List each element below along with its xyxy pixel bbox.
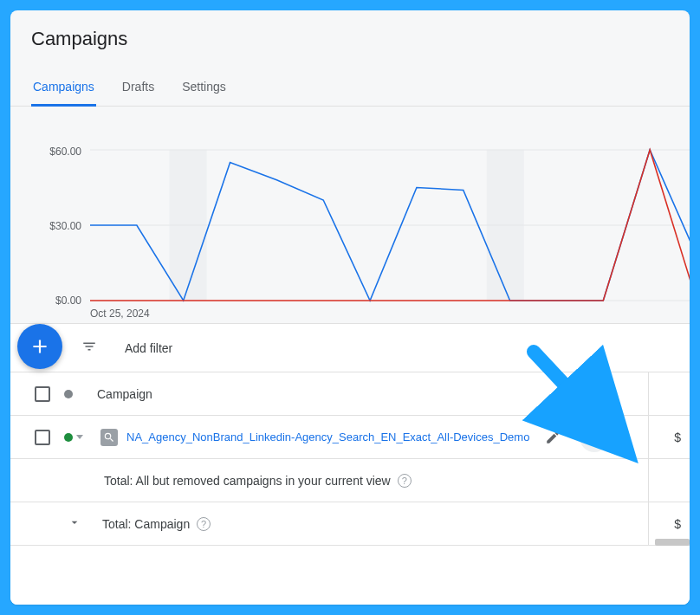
status-dot-enabled[interactable] — [64, 433, 73, 442]
campaign-table: Add filter Campaign NA_Agency_NonBrand_L… — [10, 323, 690, 605]
pencil-icon — [545, 430, 561, 445]
performance-chart: $60.00 $30.00 $0.00 Oct 25, 2024 — [10, 107, 690, 323]
help-icon[interactable]: ? — [398, 474, 412, 488]
y-tick-30: $30.00 — [47, 220, 81, 232]
campaigns-window: Campaigns Campaigns Drafts Settings $60.… — [10, 10, 690, 605]
chevron-down-icon — [68, 515, 81, 529]
table-row: NA_Agency_NonBrand_Linkedin-Agency_Searc… — [10, 416, 690, 459]
total-filtered-value — [648, 459, 681, 502]
edit-button[interactable] — [538, 423, 567, 452]
page-title: Campaigns — [10, 10, 690, 55]
table-header-row: Campaign — [10, 372, 690, 416]
filter-bar: Add filter — [10, 324, 690, 372]
settings-button[interactable] — [580, 423, 609, 452]
tab-drafts[interactable]: Drafts — [120, 71, 156, 107]
tabs: Campaigns Drafts Settings — [10, 71, 690, 107]
total-filtered-label: Total: All but removed campaigns in your… — [104, 474, 391, 488]
status-dropdown-caret[interactable] — [76, 435, 83, 439]
x-tick-date: Oct 25, 2024 — [90, 308, 150, 320]
y-tick-60: $60.00 — [47, 146, 81, 158]
row-value: $ — [648, 416, 681, 458]
row-checkbox[interactable] — [35, 430, 50, 445]
campaign-name-link[interactable]: NA_Agency_NonBrand_Linkedin-Agency_Searc… — [126, 430, 529, 443]
select-all-checkbox[interactable] — [35, 386, 50, 402]
tab-settings[interactable]: Settings — [180, 71, 228, 107]
column-campaign[interactable]: Campaign — [97, 387, 152, 401]
expand-total-button[interactable] — [68, 515, 81, 532]
plus-icon — [29, 335, 51, 358]
total-row-filtered: Total: All but removed campaigns in your… — [10, 459, 690, 502]
gear-icon — [587, 430, 602, 445]
total-row-campaign: Total: Campaign ? $ — [10, 502, 690, 546]
chart-svg — [90, 115, 690, 306]
add-campaign-button[interactable] — [17, 324, 62, 369]
filter-icon[interactable] — [81, 339, 97, 357]
column-value — [648, 372, 681, 415]
y-tick-0: $0.00 — [47, 295, 81, 307]
add-filter-button[interactable]: Add filter — [125, 341, 172, 355]
tab-campaigns[interactable]: Campaigns — [31, 71, 96, 107]
campaign-type-search-icon — [100, 429, 118, 446]
help-icon[interactable]: ? — [197, 517, 211, 531]
total-campaign-label: Total: Campaign — [102, 517, 190, 531]
status-dot-header — [64, 390, 73, 398]
horizontal-scrollbar[interactable] — [655, 539, 690, 546]
row-actions — [538, 423, 609, 452]
